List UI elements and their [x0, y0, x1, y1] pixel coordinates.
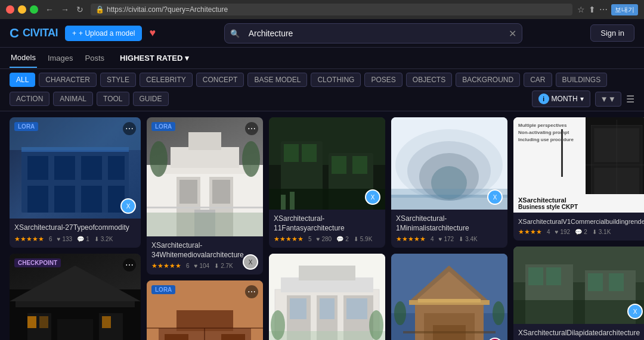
- filter-style[interactable]: STYLE: [100, 73, 136, 87]
- card-menu-button[interactable]: ⋯: [123, 122, 136, 135]
- url-text: https://civitai.com/?query=Architecture: [107, 5, 228, 14]
- card-xsarch-11[interactable]: LORA ⋯ X XSarchite: [269, 117, 385, 248]
- nav-models[interactable]: Models: [10, 48, 37, 68]
- card-menu-button[interactable]: ⋯: [123, 258, 136, 272]
- reload-button[interactable]: ↻: [74, 4, 86, 15]
- filter-poses[interactable]: POSES: [364, 73, 402, 87]
- card-xsarch-27[interactable]: LORA ⋯ X XSarchitectural-27Typeofcommodi…: [10, 117, 141, 248]
- card-meta: ★★★★ 4 ♥ 192 💬 2 ⬇ 3.1K: [518, 228, 643, 236]
- grid-view-button[interactable]: ☰: [626, 93, 634, 105]
- filter-objects[interactable]: OBJECTS: [406, 73, 452, 87]
- star-rating: ★★★★: [518, 228, 542, 236]
- card-menu-button[interactable]: ⋯: [245, 122, 258, 135]
- upload-label: + Upload a model: [79, 29, 135, 38]
- svg-rect-106: [546, 267, 561, 285]
- column-5: CHECKPOINT ⋯ Multiple perspectivesNon-ac…: [513, 117, 644, 340]
- browser-max-btn[interactable]: [30, 5, 38, 14]
- filter-action[interactable]: ACTION: [10, 92, 49, 106]
- likes-count: ♥ 192: [555, 229, 571, 235]
- card-xsarch-34[interactable]: LORA ⋯ X: [147, 117, 263, 275]
- svg-rect-52: [302, 144, 317, 162]
- browser-share-btn[interactable]: ⬆: [589, 5, 596, 14]
- card-xsarch-dilapidated[interactable]: CHECKPOINT ⋯ X XSarchitecturalDilapidate: [513, 247, 644, 340]
- search-icon: 🔍: [230, 29, 240, 38]
- card-dvarch[interactable]: CHECKPOINT ⋯ d dvArch - Multi: [10, 254, 141, 340]
- commercial-title: XSarchitectural: [518, 196, 643, 204]
- card-title: XSarchitectural-11Fantasyarchitecture: [274, 214, 380, 233]
- card-arch-illustration[interactable]: LORA ⋯ b 建筑风格/arch_illustration: [147, 280, 263, 340]
- svg-rect-56: [281, 195, 286, 210]
- search-input[interactable]: [224, 23, 522, 43]
- chevron-period-icon: ▾: [580, 95, 584, 103]
- card-arch-modern[interactable]: LORA ⋯: [269, 254, 385, 340]
- svg-rect-53: [332, 156, 346, 174]
- browser-nav-buttons: ← → ↻: [43, 4, 86, 15]
- svg-rect-12: [16, 301, 135, 307]
- address-bar[interactable]: 🔒 https://civitai.com/?query=Architectur…: [91, 4, 572, 15]
- filter-car[interactable]: CAR: [524, 73, 552, 87]
- filter-celebrity[interactable]: CELEBRITY: [140, 73, 193, 87]
- svg-rect-92: [403, 331, 496, 333]
- card-xsarch-1[interactable]: LORA ⋯ X XSarchitectural-1Minimalistarch…: [391, 117, 507, 248]
- svg-rect-23: [171, 147, 239, 168]
- lora-badge: LORA: [151, 285, 175, 294]
- logo-icon: C: [10, 26, 19, 41]
- filter-options-button[interactable]: ▼▼: [595, 92, 621, 107]
- forward-button[interactable]: →: [58, 4, 72, 15]
- card-xsarch-commercial[interactable]: CHECKPOINT ⋯ Multiple perspectivesNon-ac…: [513, 117, 644, 241]
- filter-concept[interactable]: CONCEPT: [196, 73, 244, 87]
- period-circle: i: [538, 93, 549, 104]
- card-title: XSarchitecturalDilapidatedarchitecture: [518, 329, 643, 338]
- filter-guide[interactable]: GUIDE: [133, 92, 169, 106]
- star-count: 4: [547, 229, 550, 235]
- author-avatar: X: [365, 189, 380, 205]
- period-button[interactable]: i MONTH ▾: [532, 91, 590, 107]
- card-title: XSarchitecturalV1Commercialbuildingrende…: [518, 217, 643, 226]
- filter-tool[interactable]: TOOL: [97, 92, 129, 106]
- filter-bar: ALL CHARACTER STYLE CELEBRITY CONCEPT BA…: [0, 69, 644, 111]
- browser-close-btn[interactable]: [6, 5, 14, 14]
- logo[interactable]: C CIVITAI: [10, 26, 58, 41]
- filter-animal[interactable]: ANIMAL: [53, 92, 93, 106]
- filter-base-model[interactable]: BASE MODEL: [247, 73, 307, 87]
- sort-dropdown[interactable]: HIGHEST RATED ▾: [120, 54, 189, 63]
- svg-rect-57: [290, 192, 295, 210]
- sign-in-button[interactable]: Sign in: [590, 24, 634, 42]
- downloads-count: ⬇ 5.9K: [354, 236, 373, 242]
- column-2: LORA ⋯ X: [147, 117, 263, 340]
- svg-rect-2: [27, 156, 48, 180]
- likes-count: ♥ 280: [317, 236, 332, 242]
- nav-images[interactable]: Images: [47, 49, 75, 67]
- card-isometric-chinese[interactable]: LORA ⋯ 🎮: [391, 254, 507, 340]
- browser-star-btn[interactable]: ☆: [577, 5, 585, 14]
- app-header: C CIVITAI + + Upload a model ♥ 🔍 ✕ Sign …: [0, 19, 644, 48]
- lock-icon: 🔒: [95, 5, 104, 14]
- svg-rect-65: [290, 298, 306, 319]
- downloads-count: ⬇ 3.4K: [459, 236, 478, 242]
- favorite-button[interactable]: ♥: [149, 27, 156, 39]
- card-image: [269, 254, 385, 340]
- filter-character[interactable]: CHARACTER: [39, 73, 97, 87]
- card-image-text: Multiple perspectivesNon-activating prom…: [513, 117, 644, 213]
- svg-rect-5: [108, 156, 125, 180]
- filter-background[interactable]: BACKGROUND: [456, 73, 520, 87]
- filter-all[interactable]: ALL: [10, 73, 35, 87]
- back-button[interactable]: ←: [43, 4, 56, 15]
- search-clear-button[interactable]: ✕: [509, 27, 516, 39]
- star-count: 5: [308, 236, 312, 242]
- user-badge[interactable]: 보내기: [611, 4, 638, 15]
- downloads-count: ⬇ 3.2K: [94, 236, 113, 242]
- nav-posts[interactable]: Posts: [84, 49, 106, 67]
- downloads-count: ⬇ 3.1K: [592, 229, 611, 235]
- upload-button[interactable]: + + Upload a model: [65, 26, 142, 41]
- svg-rect-18: [39, 316, 48, 328]
- filter-clothing[interactable]: CLOTHING: [311, 73, 361, 87]
- browser-more-btn[interactable]: ⋯: [599, 5, 608, 14]
- card-meta: ★★★★★ 6 ♥ 104 ⬇ 2.7K: [151, 262, 258, 270]
- comments-count: 💬 2: [575, 229, 587, 235]
- card-meta: ★★★★★ 5 ♥ 280 💬 2 ⬇ 5.9K: [274, 235, 380, 243]
- card-image: X: [391, 117, 507, 210]
- browser-min-btn[interactable]: [18, 5, 26, 14]
- card-image: 🎮: [391, 254, 507, 340]
- filter-buildings[interactable]: BUILDINGS: [556, 73, 608, 87]
